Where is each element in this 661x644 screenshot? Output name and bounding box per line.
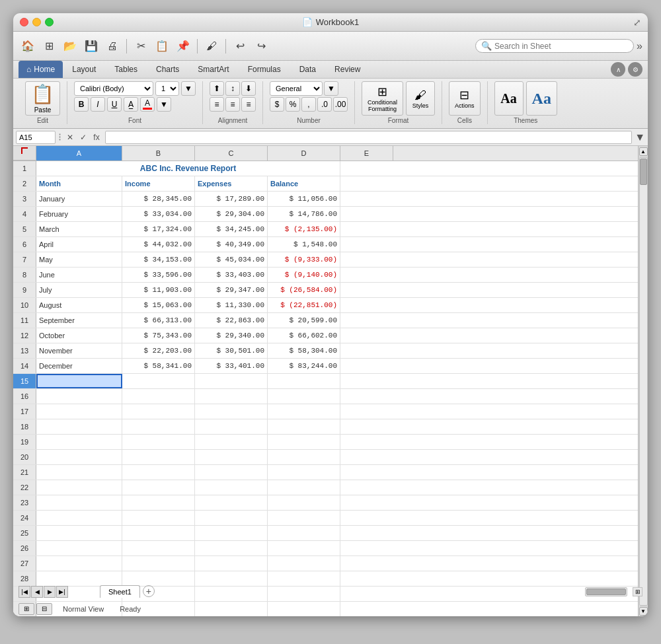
formula-input[interactable] <box>105 131 632 144</box>
cell-B7[interactable]: $ 34,153.00 <box>122 252 195 267</box>
cell-C13[interactable]: $ 30,501.00 <box>195 343 268 358</box>
cell-A23[interactable] <box>36 495 122 510</box>
cell-B22[interactable] <box>122 480 195 495</box>
col-header-A[interactable]: A <box>36 146 122 161</box>
cell-B17[interactable] <box>122 404 195 419</box>
cell-C30[interactable] <box>195 602 268 616</box>
cell-C2[interactable]: Expenses <box>195 176 268 191</box>
cell-C14[interactable]: $ 33,401.00 <box>195 359 268 373</box>
decrease-font-btn[interactable]: ▼ <box>181 81 196 96</box>
cell-D23[interactable] <box>268 495 340 510</box>
cell-A7[interactable]: May <box>36 252 122 267</box>
redo-btn[interactable]: ↪ <box>252 37 270 55</box>
row-header-28[interactable]: 28 <box>13 571 36 586</box>
cell-D8[interactable]: $ (9,140.00) <box>268 268 340 282</box>
cell-A24[interactable] <box>36 511 122 525</box>
cell-D22[interactable] <box>268 480 340 495</box>
dec-decrease-btn[interactable]: .00 <box>333 97 348 112</box>
row-header-8[interactable]: 8 <box>13 268 36 282</box>
number-format-select[interactable]: General <box>270 81 323 96</box>
cell-D2[interactable]: Balance <box>268 176 340 191</box>
cell-C25[interactable] <box>195 526 268 540</box>
cell-B3[interactable]: $ 28,345.00 <box>122 192 195 206</box>
cell-C8[interactable]: $ 33,403.00 <box>195 268 268 282</box>
cell-B6[interactable]: $ 44,032.00 <box>122 237 195 252</box>
ribbon-settings-btn[interactable]: ⚙ <box>628 62 642 77</box>
comma-btn[interactable]: , <box>301 97 316 112</box>
cell-A8[interactable]: June <box>36 268 122 282</box>
h-scrollbar-right[interactable]: ⊞ <box>633 587 642 596</box>
highlight-btn[interactable]: A̲ <box>124 97 138 112</box>
cell-C3[interactable]: $ 17,289.00 <box>195 192 268 206</box>
row-header-19[interactable]: 19 <box>13 435 36 449</box>
align-left-btn[interactable]: ≡ <box>210 97 224 112</box>
cell-A5[interactable]: March <box>36 222 122 236</box>
cell-A13[interactable]: November <box>36 343 122 358</box>
scroll-up-btn[interactable]: ▲ <box>639 147 648 156</box>
row-header-21[interactable]: 21 <box>13 465 36 480</box>
col-header-B[interactable]: B <box>122 146 195 161</box>
tab-home[interactable]: ⌂ Home <box>19 61 63 78</box>
tab-smartart[interactable]: SmartArt <box>188 61 238 78</box>
formula-expand-btn[interactable]: ▼ <box>635 131 645 143</box>
cut-btn[interactable]: ✂ <box>132 37 150 55</box>
cell-C7[interactable]: $ 45,034.00 <box>195 252 268 267</box>
last-sheet-btn[interactable]: ▶| <box>56 586 68 598</box>
cell-D9[interactable]: $ (26,584.00) <box>268 283 340 297</box>
cell-D25[interactable] <box>268 526 340 540</box>
paste-btn[interactable]: 📌 <box>174 37 192 55</box>
cell-C4[interactable]: $ 29,304.00 <box>195 207 268 221</box>
cell-C21[interactable] <box>195 465 268 480</box>
cell-A2[interactable]: Month <box>36 176 122 191</box>
cell-A19[interactable] <box>36 435 122 449</box>
grid-view-btn[interactable]: ⊟ <box>36 603 52 615</box>
cell-C10[interactable]: $ 11,330.00 <box>195 298 268 312</box>
cell-D27[interactable] <box>268 556 340 571</box>
next-sheet-btn[interactable]: ▶ <box>44 586 56 598</box>
cell-D10[interactable]: $ (22,851.00) <box>268 298 340 312</box>
cell-C24[interactable] <box>195 511 268 525</box>
tab-data[interactable]: Data <box>290 61 325 78</box>
row-header-12[interactable]: 12 <box>13 328 36 343</box>
h-scroll-thumb[interactable] <box>586 589 626 595</box>
cell-D19[interactable] <box>268 435 340 449</box>
undo-btn[interactable]: ↩ <box>231 37 249 55</box>
normal-view-btn[interactable]: ⊞ <box>19 603 34 615</box>
row-header-15[interactable]: 15 <box>13 374 36 388</box>
cell-A20[interactable] <box>36 450 122 464</box>
row-header-5[interactable]: 5 <box>13 222 36 236</box>
cell-B13[interactable]: $ 22,203.00 <box>122 343 195 358</box>
cell-D5[interactable]: $ (2,135.00) <box>268 222 340 236</box>
row-header-26[interactable]: 26 <box>13 541 36 555</box>
paint-btn[interactable]: 🖌 <box>202 37 221 55</box>
print-btn[interactable]: 🖨 <box>103 37 122 55</box>
styles-btn[interactable]: 🖌 Styles <box>406 81 435 116</box>
cell-D11[interactable]: $ 20,599.00 <box>268 313 340 328</box>
cell-B26[interactable] <box>122 541 195 555</box>
cell-C19[interactable] <box>195 435 268 449</box>
currency-btn[interactable]: $ <box>270 97 284 112</box>
align-center-btn[interactable]: ≡ <box>225 97 240 112</box>
cell-B21[interactable] <box>122 465 195 480</box>
cell-C26[interactable] <box>195 541 268 555</box>
scroll-down-btn[interactable]: ▼ <box>639 607 648 616</box>
conditional-formatting-btn[interactable]: ⊞ Conditional Formatting <box>362 81 403 116</box>
cancel-formula-btn[interactable]: ✕ <box>64 131 76 143</box>
cell-B4[interactable]: $ 33,034.00 <box>122 207 195 221</box>
bold-button[interactable]: B <box>74 97 89 112</box>
cell-D17[interactable] <box>268 404 340 419</box>
cell-C16[interactable] <box>195 389 268 404</box>
cell-A4[interactable]: February <box>36 207 122 221</box>
align-top-btn[interactable]: ⬆ <box>210 81 224 96</box>
cell-C22[interactable] <box>195 480 268 495</box>
row-header-17[interactable]: 17 <box>13 404 36 419</box>
cell-A11[interactable]: September <box>36 313 122 328</box>
cell-D4[interactable]: $ 14,786.00 <box>268 207 340 221</box>
add-sheet-btn[interactable]: + <box>143 585 155 597</box>
cell-B2[interactable]: Income <box>122 176 195 191</box>
corner-cell[interactable] <box>13 146 36 161</box>
vertical-scrollbar[interactable]: ▲ ▼ <box>638 146 648 616</box>
row-header-25[interactable]: 25 <box>13 526 36 540</box>
cell-B27[interactable] <box>122 556 195 571</box>
cell-B28[interactable] <box>122 571 195 586</box>
